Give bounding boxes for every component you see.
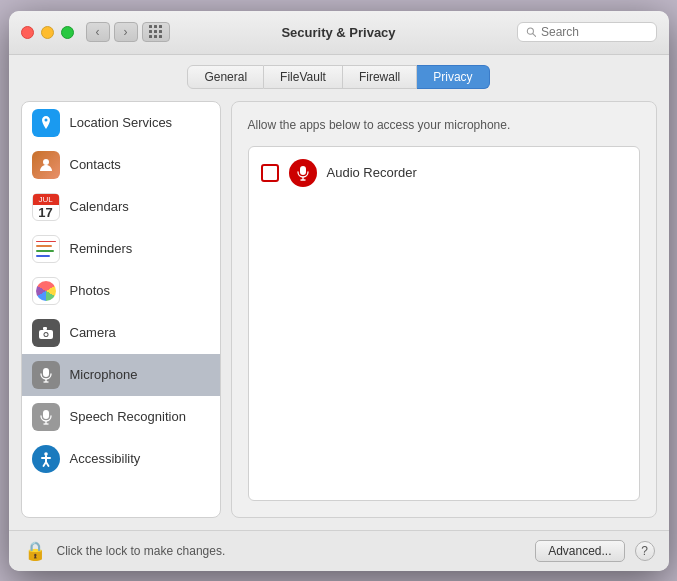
help-button[interactable]: ? xyxy=(635,541,655,561)
tab-privacy[interactable]: Privacy xyxy=(417,65,489,89)
app-list: Audio Recorder xyxy=(248,146,640,501)
sidebar-item-calendars[interactable]: JUL 17 Calendars xyxy=(22,186,220,228)
sidebar-item-location[interactable]: Location Services xyxy=(22,102,220,144)
sidebar-item-label-reminders: Reminders xyxy=(70,241,133,256)
app-name: Audio Recorder xyxy=(327,165,417,180)
reminders-icon xyxy=(32,235,60,263)
sidebar: Location Services Contacts JUL 17 Cale xyxy=(21,101,221,518)
sidebar-item-label-microphone: Microphone xyxy=(70,367,138,382)
app-checkbox[interactable] xyxy=(261,164,279,182)
svg-line-1 xyxy=(532,34,535,37)
sidebar-item-contacts[interactable]: Contacts xyxy=(22,144,220,186)
accessibility-icon xyxy=(32,445,60,473)
traffic-lights xyxy=(21,26,74,39)
sidebar-item-microphone[interactable]: Microphone xyxy=(22,354,220,396)
lock-text: Click the lock to make changes. xyxy=(57,544,526,558)
sidebar-item-accessibility[interactable]: Accessibility xyxy=(22,438,220,480)
calendars-icon: JUL 17 xyxy=(32,193,60,221)
sidebar-item-label-camera: Camera xyxy=(70,325,116,340)
grid-icon xyxy=(149,25,163,39)
maximize-button[interactable] xyxy=(61,26,74,39)
sidebar-item-label-calendars: Calendars xyxy=(70,199,129,214)
speech-icon xyxy=(32,403,60,431)
content-area: Location Services Contacts JUL 17 Cale xyxy=(9,89,669,530)
sidebar-item-label-photos: Photos xyxy=(70,283,110,298)
sidebar-item-photos[interactable]: Photos xyxy=(22,270,220,312)
search-box[interactable] xyxy=(517,22,657,42)
svg-point-5 xyxy=(44,333,47,336)
svg-line-17 xyxy=(46,462,49,466)
search-input[interactable] xyxy=(541,25,648,39)
sidebar-item-speech[interactable]: Speech Recognition xyxy=(22,396,220,438)
panel-description: Allow the apps below to access your micr… xyxy=(248,118,640,132)
main-window: ‹ › Security & Privacy General FileVault… xyxy=(9,11,669,571)
contacts-icon xyxy=(32,151,60,179)
tab-firewall[interactable]: Firewall xyxy=(343,65,417,89)
app-mic-icon xyxy=(289,159,317,187)
minimize-button[interactable] xyxy=(41,26,54,39)
search-icon xyxy=(526,26,536,38)
sidebar-item-label-contacts: Contacts xyxy=(70,157,121,172)
titlebar: ‹ › Security & Privacy xyxy=(9,11,669,55)
grid-view-button[interactable] xyxy=(142,22,170,42)
sidebar-item-label-accessibility: Accessibility xyxy=(70,451,141,466)
svg-rect-6 xyxy=(43,327,47,330)
lock-icon[interactable]: 🔒 xyxy=(23,539,47,563)
microphone-icon xyxy=(32,361,60,389)
svg-rect-7 xyxy=(43,368,49,377)
svg-point-2 xyxy=(43,159,49,165)
main-panel: Allow the apps below to access your micr… xyxy=(231,101,657,518)
advanced-button[interactable]: Advanced... xyxy=(535,540,624,562)
tabs-bar: General FileVault Firewall Privacy xyxy=(9,55,669,89)
sidebar-item-camera[interactable]: Camera xyxy=(22,312,220,354)
sidebar-item-reminders[interactable]: Reminders xyxy=(22,228,220,270)
sidebar-item-label-location: Location Services xyxy=(70,115,173,130)
app-row: Audio Recorder xyxy=(261,159,627,187)
bottom-bar: 🔒 Click the lock to make changes. Advanc… xyxy=(9,530,669,571)
camera-icon xyxy=(32,319,60,347)
tab-general[interactable]: General xyxy=(187,65,264,89)
window-title: Security & Privacy xyxy=(281,25,395,40)
photos-icon xyxy=(32,277,60,305)
svg-rect-18 xyxy=(300,166,306,175)
location-icon xyxy=(32,109,60,137)
tab-filevault[interactable]: FileVault xyxy=(264,65,343,89)
sidebar-item-label-speech: Speech Recognition xyxy=(70,409,186,424)
back-button[interactable]: ‹ xyxy=(86,22,110,42)
svg-rect-10 xyxy=(43,410,49,419)
forward-button[interactable]: › xyxy=(114,22,138,42)
close-button[interactable] xyxy=(21,26,34,39)
nav-buttons: ‹ › xyxy=(86,22,138,42)
